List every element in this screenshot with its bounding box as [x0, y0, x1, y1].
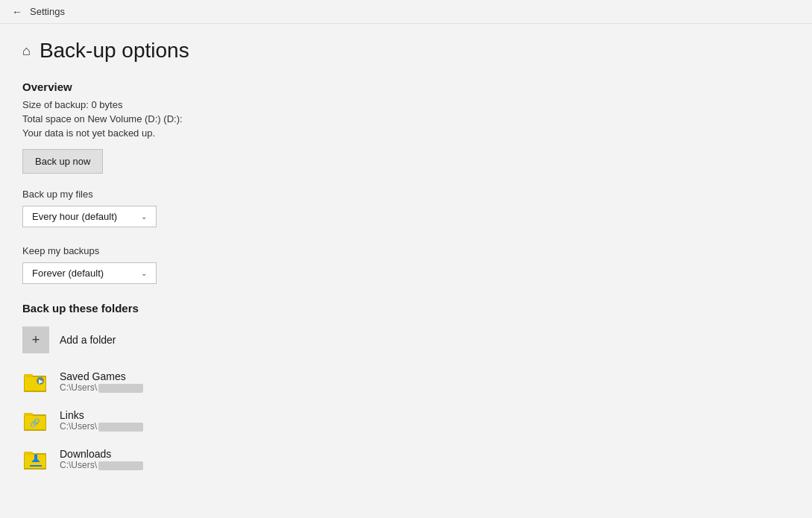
saved-games-path: C:\Users\ — [60, 382, 143, 393]
page-title: Back-up options — [40, 39, 189, 63]
svg-rect-14 — [34, 455, 37, 461]
overview-section: Overview Size of backup: 0 bytes Total s… — [22, 80, 790, 189]
page-header: ⌂ Back-up options — [22, 39, 790, 63]
add-folder-icon: + — [22, 326, 49, 353]
folders-section: Back up these folders + Add a folder ▶ — [22, 302, 790, 473]
saved-games-icon: ▶ — [22, 368, 49, 395]
svg-rect-2 — [24, 374, 33, 377]
title-bar-text: Settings — [30, 6, 65, 17]
backup-files-dropdown[interactable]: Every hour (default) ⌄ — [22, 206, 157, 227]
svg-rect-15 — [30, 465, 42, 467]
downloads-icon — [22, 446, 49, 473]
keep-backups-selected: Forever (default) — [32, 268, 104, 279]
folder-item-links: 🔗 Links C:\Users\ — [22, 407, 790, 434]
links-name: Links — [60, 409, 143, 421]
keep-backups-dropdown[interactable]: Forever (default) ⌄ — [22, 262, 157, 284]
downloads-path: C:\Users\ — [60, 460, 143, 470]
links-details: Links C:\Users\ — [60, 409, 143, 432]
keep-backups-label: Keep my backups — [22, 245, 790, 256]
links-icon: 🔗 — [22, 407, 49, 434]
folders-title: Back up these folders — [22, 302, 790, 315]
total-space-text: Total space on New Volume (D:) (D:): — [22, 113, 790, 124]
svg-rect-11 — [24, 452, 33, 455]
folder-item-downloads: Downloads C:\Users\ — [22, 446, 790, 473]
backup-files-label: Back up my files — [22, 189, 790, 200]
back-button[interactable]: ← — [12, 6, 22, 18]
add-folder-button[interactable]: + Add a folder — [22, 326, 790, 353]
home-icon[interactable]: ⌂ — [22, 43, 31, 59]
keep-backups-dropdown-arrow: ⌄ — [141, 269, 147, 277]
backup-files-selected: Every hour (default) — [32, 211, 117, 222]
saved-games-details: Saved Games C:\Users\ — [60, 370, 143, 393]
backup-size-text: Size of backup: 0 bytes — [22, 99, 790, 110]
links-path: C:\Users\ — [60, 421, 143, 432]
main-content: ⌂ Back-up options Overview Size of backu… — [0, 24, 812, 499]
overview-title: Overview — [22, 80, 790, 93]
backup-status-text: Your data is not yet backed up. — [22, 127, 790, 139]
backup-files-dropdown-arrow: ⌄ — [141, 212, 147, 221]
folder-item-saved-games: ▶ Saved Games C:\Users\ — [22, 368, 790, 395]
svg-rect-7 — [24, 413, 33, 416]
downloads-name: Downloads — [60, 448, 143, 460]
backup-files-section: Back up my files Every hour (default) ⌄ — [22, 189, 790, 227]
keep-backups-section: Keep my backups Forever (default) ⌄ — [22, 245, 790, 284]
svg-text:🔗: 🔗 — [30, 417, 40, 428]
saved-games-name: Saved Games — [60, 370, 143, 382]
title-bar: ← Settings — [0, 0, 812, 24]
back-up-now-button[interactable]: Back up now — [22, 149, 103, 174]
add-folder-label: Add a folder — [60, 334, 116, 346]
downloads-details: Downloads C:\Users\ — [60, 448, 143, 470]
